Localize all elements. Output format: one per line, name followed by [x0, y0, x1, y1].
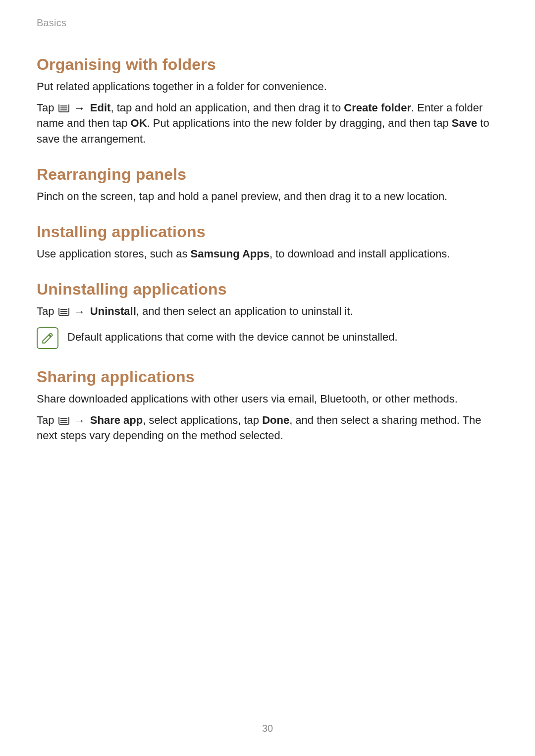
arrow-icon: →: [74, 415, 85, 426]
label-edit: Edit: [90, 101, 111, 114]
rearranging-body: Pinch on the screen, tap and hold a pane…: [37, 189, 498, 204]
label-share-app: Share app: [90, 414, 143, 426]
heading-organising: Organising with folders: [37, 55, 498, 74]
pencil-note-icon: [41, 332, 54, 345]
installing-instructions: Use application stores, such as Samsung …: [37, 246, 498, 261]
header-divider: [26, 5, 26, 28]
note-row: Default applications that come with the …: [37, 326, 498, 349]
text-uninstall-part1: , and then select an application to unin…: [136, 305, 353, 317]
sharing-instructions: Tap → Share app, select applications, ta…: [37, 412, 498, 443]
uninstalling-instructions: Tap → Uninstall, and then select an appl…: [37, 303, 498, 319]
heading-installing: Installing applications: [37, 223, 498, 241]
organising-intro: Put related applications together in a f…: [37, 79, 498, 94]
label-ok: OK: [131, 117, 147, 129]
arrow-icon: →: [74, 306, 85, 317]
label-samsung-apps: Samsung Apps: [191, 248, 269, 260]
menu-icon: [58, 417, 69, 425]
sharing-intro: Share downloaded applications with other…: [37, 391, 498, 406]
text-share-part1: , select applications, tap: [143, 414, 262, 426]
text-tap: Tap: [37, 101, 57, 114]
header-section-label: Basics: [37, 17, 66, 29]
page-number: 30: [0, 723, 535, 734]
heading-uninstalling: Uninstalling applications: [37, 280, 498, 299]
content-area: Organising with folders Put related appl…: [37, 55, 498, 443]
label-save: Save: [452, 117, 477, 129]
label-uninstall: Uninstall: [90, 305, 136, 317]
menu-icon: [58, 308, 69, 316]
heading-sharing: Sharing applications: [37, 368, 498, 386]
text-part1: , tap and hold an application, and then …: [110, 101, 344, 114]
text-tap-uninstall: Tap: [37, 305, 57, 317]
heading-rearranging: Rearranging panels: [37, 165, 498, 184]
text-install-part2: , to download and install applications.: [269, 248, 450, 260]
label-create-folder: Create folder: [344, 101, 411, 114]
arrow-icon: →: [74, 103, 85, 114]
organising-instructions: Tap → Edit, tap and hold an application,…: [37, 100, 498, 147]
text-tap-share: Tap: [37, 414, 57, 426]
text-part3: . Put applications into the new folder b…: [147, 117, 452, 129]
note-icon: [37, 327, 58, 349]
note-text: Default applications that come with the …: [67, 326, 398, 345]
text-install-part1: Use application stores, such as: [37, 248, 191, 260]
page: Basics Organising with folders Put relat…: [0, 0, 535, 756]
menu-icon: [58, 104, 69, 112]
label-done: Done: [262, 414, 289, 426]
